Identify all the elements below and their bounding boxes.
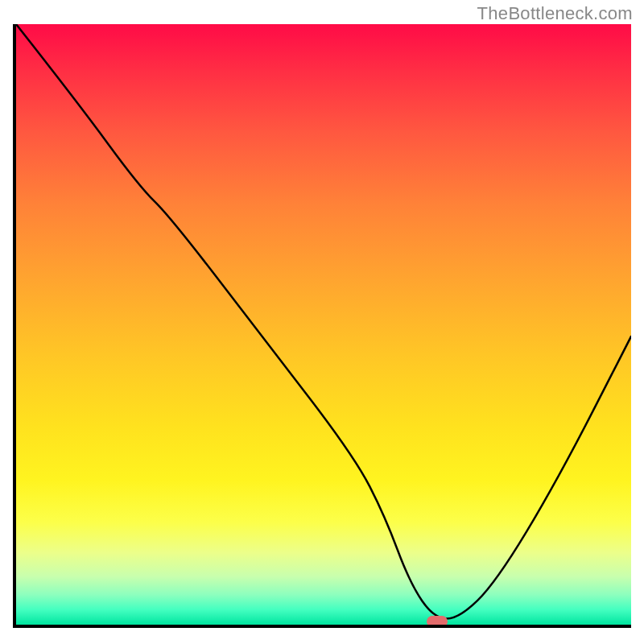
chart-marker	[427, 616, 448, 627]
watermark-text: TheBottleneck.com	[477, 3, 633, 24]
chart-line-svg	[16, 24, 631, 625]
chart-plot-area	[13, 24, 631, 628]
bottleneck-curve	[16, 24, 631, 619]
